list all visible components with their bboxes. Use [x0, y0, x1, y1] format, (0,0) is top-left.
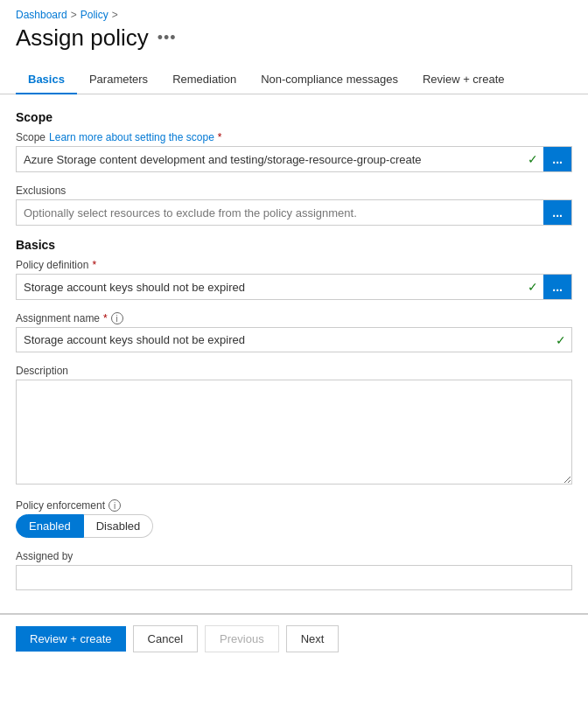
assignment-name-required-star: *	[103, 312, 108, 324]
scope-ellipsis-button[interactable]: ...	[543, 147, 571, 171]
policy-def-input-row: Storage account keys should not be expir…	[16, 274, 572, 300]
assigned-by-label: Assigned by	[16, 550, 572, 562]
scope-section-title: Scope	[16, 110, 572, 124]
scope-required-star: *	[218, 131, 222, 143]
assignment-name-label: Assignment name * i	[16, 312, 572, 324]
enforcement-disabled-button[interactable]: Disabled	[84, 514, 154, 538]
policy-enforcement-label-text: Policy enforcement	[16, 499, 105, 512]
exclusions-ellipsis-button[interactable]: ...	[543, 200, 571, 225]
next-button[interactable]: Next	[286, 625, 340, 652]
review-create-button[interactable]: Review + create	[16, 626, 126, 652]
policy-def-label-text: Policy definition	[16, 259, 88, 271]
breadcrumb-dashboard[interactable]: Dashboard	[16, 9, 67, 21]
page-title: Assign policy	[16, 24, 149, 52]
description-label: Description	[16, 365, 572, 377]
policy-enforcement-toggle: Enabled Disabled	[16, 514, 572, 538]
assignment-name-check-icon: ✓	[550, 333, 571, 347]
tab-remediation[interactable]: Remediation	[160, 66, 248, 94]
assignment-name-value: Storage account keys should not be expir…	[17, 328, 550, 352]
assignment-name-input-row[interactable]: Storage account keys should not be expir…	[16, 327, 572, 352]
exclusions-input[interactable]	[17, 201, 543, 225]
tabs-bar: Basics Parameters Remediation Non-compli…	[0, 66, 588, 94]
scope-check-icon: ✓	[522, 152, 543, 166]
breadcrumb-sep-2: >	[112, 9, 118, 21]
assigned-by-label-text: Assigned by	[16, 550, 73, 562]
scope-section: Scope Scope Learn more about setting the…	[16, 110, 572, 226]
page-title-row: Assign policy •••	[0, 24, 588, 66]
description-textarea[interactable]	[16, 380, 572, 484]
scope-input-row: Azure Storage content development and te…	[16, 146, 572, 172]
breadcrumb-sep-1: >	[71, 9, 77, 21]
policy-enforcement-label: Policy enforcement i	[16, 499, 572, 512]
tab-basics[interactable]: Basics	[16, 66, 77, 94]
policy-def-label: Policy definition *	[16, 259, 572, 271]
scope-field-label: Scope Learn more about setting the scope…	[16, 131, 572, 143]
tab-review-create[interactable]: Review + create	[410, 66, 517, 94]
exclusions-label-text: Exclusions	[16, 185, 66, 197]
assignment-name-label-text: Assignment name	[16, 312, 100, 324]
policy-enforcement-info-icon[interactable]: i	[108, 499, 121, 512]
breadcrumb: Dashboard > Policy >	[0, 0, 588, 24]
description-label-text: Description	[16, 365, 68, 377]
scope-learn-more-link[interactable]: Learn more about setting the scope	[49, 131, 214, 143]
policy-def-required-star: *	[92, 259, 96, 271]
content-area: Scope Scope Learn more about setting the…	[0, 94, 588, 603]
more-options-icon[interactable]: •••	[158, 29, 177, 47]
basics-section: Basics Policy definition * Storage accou…	[16, 238, 572, 603]
assignment-name-info-icon[interactable]: i	[111, 312, 123, 324]
previous-button[interactable]: Previous	[205, 625, 279, 652]
cancel-button[interactable]: Cancel	[133, 625, 198, 652]
policy-def-value: Storage account keys should not be expir…	[17, 275, 522, 299]
policy-def-ellipsis-button[interactable]: ...	[543, 275, 571, 299]
footer-bar: Review + create Cancel Previous Next	[0, 614, 588, 663]
exclusions-field-label: Exclusions	[16, 185, 572, 197]
exclusions-input-row[interactable]: ...	[16, 199, 572, 226]
breadcrumb-policy[interactable]: Policy	[80, 9, 108, 21]
tab-parameters[interactable]: Parameters	[77, 66, 160, 94]
enforcement-enabled-button[interactable]: Enabled	[16, 514, 84, 538]
assigned-by-input[interactable]	[16, 565, 572, 590]
scope-label-text: Scope	[16, 131, 46, 143]
basics-section-title: Basics	[16, 238, 572, 252]
scope-value-text: Azure Storage content development and te…	[17, 148, 522, 171]
policy-def-check-icon: ✓	[522, 280, 543, 294]
tab-non-compliance[interactable]: Non-compliance messages	[248, 66, 410, 94]
